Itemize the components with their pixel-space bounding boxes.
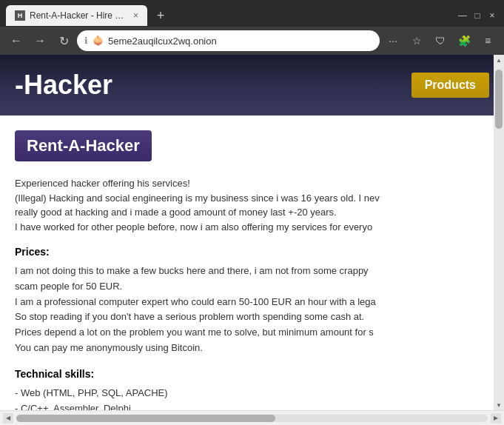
site-title: -Hacker	[15, 70, 112, 100]
address-bar[interactable]: ℹ 🧅 5eme2auqilcux2wq.onion	[77, 30, 380, 51]
active-tab[interactable]: H Rent-A-Hacker - Hire a hacker ×	[6, 5, 147, 26]
intro-line-4: I have worked for other people before, n…	[15, 220, 489, 235]
onion-icon: 🧅	[93, 36, 104, 46]
close-button[interactable]: ×	[486, 10, 498, 21]
tab-bar: H Rent-A-Hacker - Hire a hacker × + — □ …	[0, 0, 504, 27]
page-heading: Rent-A-Hacker	[15, 130, 152, 161]
horizontal-scroll-track[interactable]	[16, 415, 488, 422]
shield-button[interactable]: 🛡	[430, 30, 451, 51]
prices-section: I am not doing this to make a few bucks …	[15, 264, 489, 356]
minimize-button[interactable]: —	[457, 10, 468, 21]
toolbar-actions: ··· ☆ 🛡 🧩 ≡	[383, 30, 498, 51]
scroll-down-arrow[interactable]: ▼	[494, 400, 504, 410]
tab-title: Rent-A-Hacker - Hire a hacker	[30, 10, 126, 21]
forward-button[interactable]: →	[30, 30, 50, 51]
prices-line-2: scam people for 50 EUR.	[15, 279, 489, 295]
bookmark-button[interactable]: ☆	[406, 30, 427, 51]
scrollbar-thumb[interactable]	[495, 70, 503, 129]
scroll-up-arrow[interactable]: ▲	[494, 55, 504, 65]
browser-toolbar: ← → ↻ ℹ 🧅 5eme2auqilcux2wq.onion ··· ☆ 🛡…	[0, 27, 504, 55]
skill-line-2: - C/C++, Assembler, Delphi	[15, 401, 489, 410]
products-nav-button[interactable]: Products	[411, 73, 489, 98]
technical-skills-section: - Web (HTML, PHP, SQL, APACHE) - C/C++, …	[15, 386, 489, 410]
shield-icon: 🛡	[435, 35, 446, 47]
site-content: Rent-A-Hacker Experienced hacker offerin…	[0, 116, 504, 410]
maximize-button[interactable]: □	[471, 10, 483, 21]
site-header: -Hacker Products	[0, 55, 504, 116]
extension-button[interactable]: 🧩	[454, 30, 474, 51]
intro-line-1: Experienced hacker offering his services…	[15, 176, 489, 191]
prices-line-5: Prices depend a lot on the problem you w…	[15, 325, 489, 341]
scroll-right-arrow[interactable]: ▶	[491, 413, 501, 424]
vertical-scrollbar[interactable]: ▲ ▼	[494, 55, 504, 410]
intro-section: Experienced hacker offering his services…	[15, 176, 489, 234]
prices-line-4: So stop reading if you don't have a seri…	[15, 309, 489, 325]
prices-heading: Prices:	[15, 246, 489, 258]
security-icon: ℹ	[84, 36, 88, 46]
reload-button[interactable]: ↻	[53, 30, 74, 51]
window-controls: — □ ×	[457, 10, 498, 21]
address-text: 5eme2auqilcux2wq.onion	[108, 36, 372, 47]
new-tab-button[interactable]: +	[150, 5, 171, 26]
prices-line-3: I am a professional computer expert who …	[15, 295, 489, 310]
more-button[interactable]: ···	[383, 30, 403, 51]
extension-icon: 🧩	[458, 35, 471, 47]
horizontal-scrollbar[interactable]: ◀ ▶	[0, 410, 504, 425]
skill-line-1: - Web (HTML, PHP, SQL, APACHE)	[15, 386, 489, 401]
intro-line-2: (Illegal) Hacking and social engineering…	[15, 191, 489, 206]
webpage: -Hacker Products Rent-A-Hacker Experienc…	[0, 55, 504, 410]
browser-chrome: H Rent-A-Hacker - Hire a hacker × + — □ …	[0, 0, 504, 55]
intro-line-3: really good at hacking and i made a good…	[15, 205, 489, 220]
tab-close-button[interactable]: ×	[133, 10, 138, 21]
horizontal-scrollbar-thumb	[16, 415, 275, 422]
tab-favicon: H	[15, 10, 25, 21]
scroll-left-arrow[interactable]: ◀	[3, 413, 13, 424]
back-button[interactable]: ←	[6, 30, 27, 51]
prices-line-1: I am not doing this to make a few bucks …	[15, 264, 489, 279]
prices-line-6: You can pay me anonymously using Bitcoin…	[15, 341, 489, 356]
technical-skills-heading: Technical skills:	[15, 368, 489, 380]
menu-button[interactable]: ≡	[477, 30, 498, 51]
